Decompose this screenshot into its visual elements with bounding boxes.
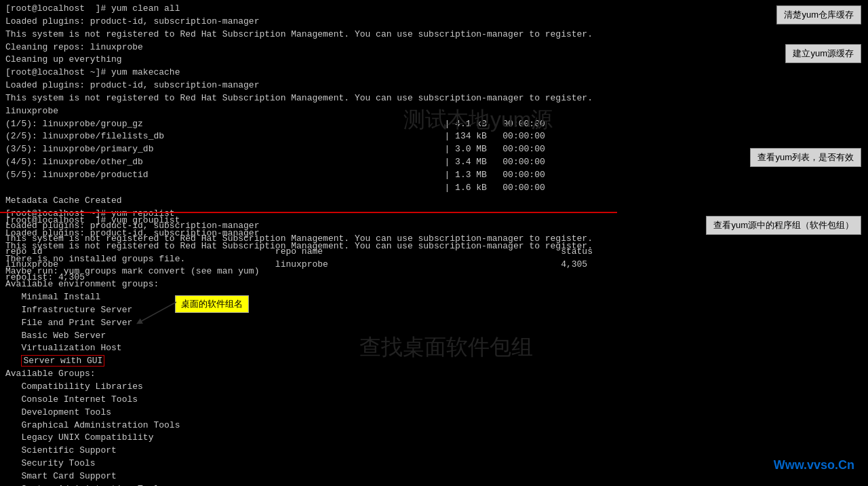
terminal-line: Console Internet Tools [5, 394, 605, 407]
terminal-line: Development Tools [5, 407, 605, 419]
terminal-line: Available Groups: [5, 368, 605, 381]
label-test-yum: 测试本地yum源 [403, 105, 553, 135]
svg-line-0 [139, 302, 176, 322]
callout-arrow [125, 299, 180, 329]
callout-desktop-group: 桌面的软件组名 [175, 295, 249, 313]
terminal-line: This system is not registered to Red Hat… [5, 92, 605, 105]
terminal-line: Infrastructure Server [5, 304, 605, 317]
terminal-line: Metadata Cache Created [5, 195, 605, 208]
terminal-line: There is no installed groups file. [5, 253, 605, 266]
label-find-desktop: 查找桌面软件包组 [359, 333, 533, 362]
btn-make-cache[interactable]: 建立yum源缓存 [785, 44, 861, 63]
terminal-line: Cleaning up everything [5, 54, 605, 67]
terminal-line: Security Tools [5, 457, 605, 470]
btn-check-list[interactable]: 查看yum列表，是否有效 [750, 148, 861, 167]
terminal-line: Loaded plugins: product-id, subscription… [5, 79, 605, 92]
terminal-line: Graphical Administration Tools [5, 419, 605, 432]
terminal-line: [root@localhost ]# yum clean all [5, 3, 605, 16]
server-with-gui-highlight: Server with GUI [21, 355, 104, 367]
watermark: Www.vvso.Cn [774, 458, 854, 472]
terminal-line: This system is not registered to Red Hat… [5, 240, 605, 253]
terminal-line: Available environment groups: [5, 278, 605, 291]
terminal-line: [root@localhost ]# yum grouplist [5, 214, 605, 227]
terminal-line: (3/5): linuxprobe/primary_db | 3.0 MB 00… [5, 143, 605, 156]
terminal-line: (5/5): linuxprobe/productid | 1.3 MB 00:… [5, 169, 605, 182]
terminal-line: Loaded plugins: product-id, subscription… [5, 227, 605, 240]
terminal-line: Cleaning repos: linuxprobe [5, 41, 605, 54]
terminal-line: File and Print Server [5, 317, 605, 330]
btn-clean-cache[interactable]: 清楚yum仓库缓存 [776, 5, 861, 24]
terminal-line: Scientific Support [5, 445, 605, 457]
terminal-line: | 1.6 kB 00:00:00 [5, 182, 605, 195]
btn-check-groups[interactable]: 查看yum源中的程序组（软件包组） [706, 216, 861, 235]
terminal-line: Loaded plugins: product-id, subscription… [5, 16, 605, 29]
terminal-line: [root@localhost ~]# yum makecache [5, 67, 605, 79]
terminal-line: Legacy UNIX Compatibility [5, 432, 605, 445]
terminal-line: Maybe run: yum groups mark convert (see … [5, 265, 605, 278]
terminal-line: This system is not registered to Red Hat… [5, 29, 605, 41]
terminal-line: Minimal Install [5, 291, 605, 304]
terminal-line: Smart Card Support [5, 470, 605, 483]
terminal-line: System Administration Tools [5, 483, 605, 486]
terminal-line: (4/5): linuxprobe/other_db | 3.4 MB 00:0… [5, 156, 605, 169]
terminal-line: Compatibility Libraries [5, 381, 605, 394]
